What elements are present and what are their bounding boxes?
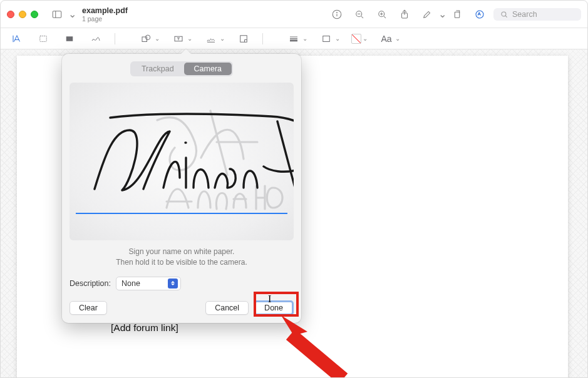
minimize-window-icon[interactable] xyxy=(19,11,26,18)
line-style-icon[interactable] xyxy=(286,32,301,46)
border-color-chevron-icon[interactable]: ⌄ xyxy=(335,35,340,42)
description-label: Description: xyxy=(70,279,111,288)
signature-strokes-icon xyxy=(70,83,294,240)
signature-popover: Trackpad Camera xyxy=(62,54,301,323)
popover-buttons: Clear Cancel Done xyxy=(70,300,294,315)
svg-line-9 xyxy=(384,16,386,18)
border-color-icon[interactable] xyxy=(319,32,334,46)
clear-button[interactable]: Clear xyxy=(70,301,107,315)
signature-baseline xyxy=(76,213,287,214)
zoom-in-icon[interactable] xyxy=(373,6,391,23)
highlight-icon[interactable] xyxy=(418,6,436,23)
sidebar-toggle-icon[interactable] xyxy=(48,6,66,23)
svg-rect-20 xyxy=(66,36,73,41)
svg-rect-14 xyxy=(455,12,460,18)
signature-source-tabs: Trackpad Camera xyxy=(70,61,294,76)
svg-rect-19 xyxy=(40,36,47,41)
cancel-button[interactable]: Cancel xyxy=(205,301,249,315)
textbox-tool-icon[interactable] xyxy=(171,32,186,46)
rect-select-tool-icon[interactable] xyxy=(36,32,51,46)
markup-toolbar: ⌄ ⌄ ⌄ ⌄ ⌄ ⌄ Aa ⌄ xyxy=(1,28,587,49)
done-button[interactable]: Done xyxy=(254,300,294,315)
document-title: example.pdf xyxy=(82,6,128,15)
svg-line-17 xyxy=(505,16,507,17)
description-dropdown[interactable]: None xyxy=(116,277,181,290)
fullscreen-window-icon[interactable] xyxy=(31,11,38,18)
window-controls xyxy=(7,11,38,18)
tab-camera[interactable]: Camera xyxy=(184,63,232,75)
svg-rect-0 xyxy=(53,11,61,18)
line-style-chevron-icon[interactable]: ⌄ xyxy=(302,35,307,42)
signature-hint: Sign your name on white paper. Then hold… xyxy=(70,247,294,268)
svg-line-6 xyxy=(361,16,363,18)
search-input[interactable]: Search xyxy=(493,8,581,21)
text-select-tool-icon[interactable] xyxy=(9,32,24,46)
svg-rect-29 xyxy=(323,36,330,41)
info-icon[interactable] xyxy=(328,6,346,23)
svg-point-4 xyxy=(337,12,338,13)
dropdown-stepper-icon xyxy=(168,278,178,289)
rotate-icon[interactable] xyxy=(448,6,466,23)
tab-trackpad[interactable]: Trackpad xyxy=(132,63,184,75)
shapes-tool-icon[interactable] xyxy=(138,32,153,46)
svg-point-22 xyxy=(145,35,150,40)
signature-chevron-icon[interactable]: ⌄ xyxy=(220,35,225,42)
shapes-chevron-icon[interactable]: ⌄ xyxy=(155,35,160,42)
text-style-icon[interactable]: Aa xyxy=(379,32,394,46)
signature-tool-icon[interactable] xyxy=(204,32,219,46)
svg-rect-25 xyxy=(240,35,247,42)
document-title-block: example.pdf 1 page xyxy=(82,6,128,23)
highlight-menu-chevron-icon[interactable]: ⌄ xyxy=(438,8,443,20)
close-window-icon[interactable] xyxy=(7,11,14,18)
document-subtitle: 1 page xyxy=(82,15,128,23)
svg-point-16 xyxy=(502,11,506,16)
search-placeholder: Search xyxy=(512,10,537,19)
note-tool-icon[interactable] xyxy=(236,32,251,46)
fill-color-swatch-icon[interactable] xyxy=(351,34,361,44)
zoom-out-icon[interactable] xyxy=(351,6,368,23)
share-icon[interactable] xyxy=(396,6,413,23)
sidebar-menu-chevron-icon[interactable]: ⌄ xyxy=(68,8,73,20)
description-value: None xyxy=(121,279,140,288)
markup-toggle-icon[interactable] xyxy=(471,6,488,23)
redact-tool-icon[interactable] xyxy=(62,32,77,46)
text-style-chevron-icon[interactable]: ⌄ xyxy=(395,35,400,42)
sketch-tool-icon[interactable] xyxy=(88,32,103,46)
camera-preview xyxy=(70,83,294,240)
fill-color-chevron-icon[interactable]: ⌄ xyxy=(363,35,368,42)
textbox-chevron-icon[interactable]: ⌄ xyxy=(187,35,192,42)
titlebar: ⌄ example.pdf 1 page ⌄ Search xyxy=(1,1,587,28)
description-row: Description: None xyxy=(70,277,294,290)
